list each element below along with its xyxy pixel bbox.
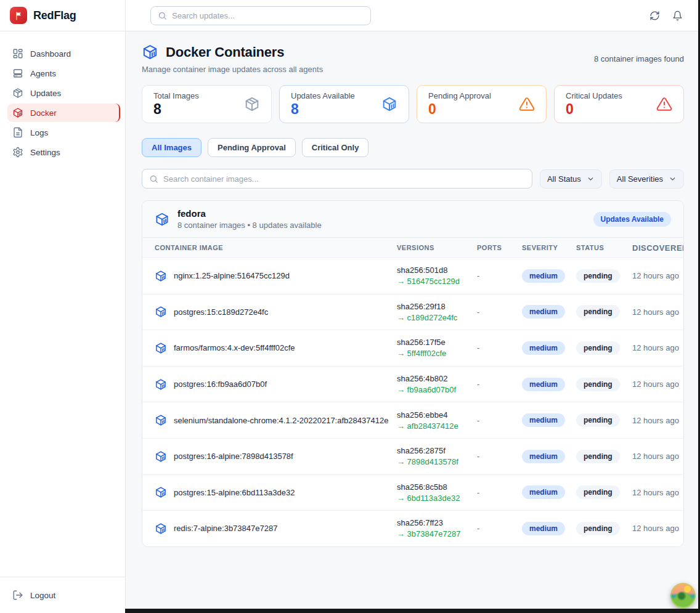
docker-icon bbox=[155, 342, 167, 354]
container-image-cell: postgres:16:fb9aa6d07b0f bbox=[155, 378, 397, 391]
column-header-container-image: CONTAINER IMAGE bbox=[155, 244, 397, 251]
table-row[interactable]: farmos/farmos:4.x-dev:5ff4fff02cfe sha25… bbox=[142, 330, 683, 366]
discovered-cell: 12 hours ago bbox=[632, 488, 679, 497]
severity-badge: medium bbox=[522, 305, 565, 319]
discovered-cell: 12 hours ago bbox=[632, 380, 679, 389]
target-version: → fb9aa6d07b0f bbox=[397, 385, 477, 394]
refresh-button[interactable] bbox=[648, 9, 661, 22]
container-image-name: postgres:16:fb9aa6d07b0f bbox=[174, 380, 267, 389]
package-icon bbox=[12, 87, 23, 99]
docker-icon bbox=[142, 44, 158, 60]
notifications-button[interactable] bbox=[671, 9, 684, 22]
column-header-status: STATUS bbox=[576, 244, 632, 251]
target-version: → 3b73847e7287 bbox=[397, 529, 477, 538]
chevron-down-icon bbox=[669, 175, 677, 183]
ports-cell: - bbox=[477, 488, 522, 497]
sidebar-item-settings[interactable]: Settings bbox=[7, 143, 120, 161]
severity-badge: medium bbox=[522, 269, 565, 283]
sidebar-footer: Logout bbox=[0, 577, 125, 613]
warning-triangle-icon bbox=[519, 96, 535, 112]
container-image-cell: postgres:15-alpine:6bd113a3de32 bbox=[155, 486, 397, 498]
island-emoji-button[interactable] bbox=[670, 583, 696, 608]
table-row[interactable]: redis:7-alpine:3b73847e7287 sha256:7ff23… bbox=[142, 510, 683, 546]
page-content: Docker Containers Manage container image… bbox=[126, 31, 700, 613]
sidebar-item-label: Settings bbox=[30, 148, 60, 157]
global-search[interactable] bbox=[150, 6, 371, 25]
status-badge: pending bbox=[576, 522, 620, 535]
current-version: sha256:4b802 bbox=[397, 374, 477, 383]
current-version: sha256:8c5b8 bbox=[397, 482, 477, 492]
container-image-cell: postgres:16-alpine:7898d413578f bbox=[155, 450, 397, 463]
search-icon bbox=[149, 174, 158, 184]
sidebar-nav: Dashboard Agents Updates Docker Logs Set… bbox=[0, 44, 125, 161]
sidebar: RedFlag Dashboard Agents Updates Docker … bbox=[0, 0, 126, 613]
target-version: → 516475cc129d bbox=[397, 277, 477, 286]
docker-icon bbox=[155, 212, 169, 227]
logout-button[interactable]: Logout bbox=[7, 586, 120, 604]
severity-cell: medium bbox=[522, 485, 576, 499]
ports-cell: - bbox=[477, 271, 522, 280]
page-subtitle: Manage container image updates across al… bbox=[142, 65, 323, 74]
severity-cell: medium bbox=[522, 522, 576, 535]
sidebar-item-label: Dashboard bbox=[30, 49, 71, 59]
sidebar-item-label: Docker bbox=[30, 108, 57, 118]
filter-row: All Status All Severities bbox=[142, 169, 684, 189]
docker-icon bbox=[12, 107, 23, 118]
brand: RedFlag bbox=[0, 0, 125, 31]
sidebar-item-agents[interactable]: Agents bbox=[7, 64, 120, 83]
result-count: 8 container images found bbox=[594, 54, 684, 63]
discovered-cell: 12 hours ago bbox=[632, 416, 679, 425]
ports-cell: - bbox=[477, 416, 522, 425]
page-header: Docker Containers Manage container image… bbox=[142, 44, 684, 74]
container-image-name: farmos/farmos:4.x-dev:5ff4fff02cfe bbox=[174, 343, 295, 352]
redflag-logo-icon bbox=[10, 7, 27, 24]
image-search[interactable] bbox=[142, 169, 532, 189]
status-cell: pending bbox=[576, 413, 632, 427]
status-badge: pending bbox=[576, 485, 620, 499]
sidebar-item-updates[interactable]: Updates bbox=[7, 84, 120, 102]
current-version: sha256:2875f bbox=[397, 446, 477, 455]
status-cell: pending bbox=[576, 522, 632, 535]
severity-cell: medium bbox=[522, 413, 576, 427]
discovered-cell: 12 hours ago bbox=[632, 452, 679, 461]
tab-critical-only[interactable]: Critical Only bbox=[302, 138, 369, 157]
tab-all-images[interactable]: All Images bbox=[142, 138, 201, 157]
status-filter-select[interactable]: All Status bbox=[540, 169, 602, 189]
current-version: sha256:501d8 bbox=[397, 266, 477, 275]
status-cell: pending bbox=[576, 341, 632, 355]
tab-pending-approval[interactable]: Pending Approval bbox=[208, 138, 296, 157]
search-icon bbox=[158, 11, 167, 20]
global-search-input[interactable] bbox=[172, 11, 364, 20]
sidebar-item-logs[interactable]: Logs bbox=[7, 123, 120, 142]
severity-badge: medium bbox=[522, 341, 565, 355]
stat-value: 0 bbox=[428, 101, 491, 118]
sidebar-item-dashboard[interactable]: Dashboard bbox=[7, 44, 120, 63]
table-row[interactable]: nginx:1.25-alpine:516475cc129d sha256:50… bbox=[142, 258, 683, 294]
status-cell: pending bbox=[576, 485, 632, 499]
image-search-input[interactable] bbox=[163, 174, 525, 184]
ports-cell: - bbox=[477, 307, 522, 317]
image-group-card: fedora 8 container images • 8 updates av… bbox=[142, 200, 684, 547]
file-text-icon bbox=[12, 127, 23, 138]
sidebar-item-docker[interactable]: Docker bbox=[7, 104, 120, 122]
discovered-cell: 12 hours ago bbox=[632, 343, 679, 352]
ports-cell: - bbox=[477, 343, 522, 352]
column-header-versions: VERSIONS bbox=[397, 244, 477, 251]
table-row[interactable]: postgres:16-alpine:7898d413578f sha256:2… bbox=[142, 438, 683, 474]
target-version: → 7898d413578f bbox=[397, 457, 477, 466]
versions-cell: sha256:ebbe4 → afb28437412e bbox=[397, 410, 477, 431]
table-row[interactable]: postgres:15-alpine:6bd113a3de32 sha256:8… bbox=[142, 474, 683, 511]
severity-filter-select[interactable]: All Severities bbox=[609, 169, 684, 189]
column-header-discovered: DISCOVERED bbox=[632, 243, 684, 253]
app-window: RedFlag Dashboard Agents Updates Docker … bbox=[0, 0, 700, 613]
container-image-cell: nginx:1.25-alpine:516475cc129d bbox=[155, 270, 397, 282]
container-image-cell: selenium/standalone-chrome:4.1.2-2022021… bbox=[155, 414, 397, 426]
table-row[interactable]: selenium/standalone-chrome:4.1.2-2022021… bbox=[142, 402, 683, 438]
table-row[interactable]: postgres:16:fb9aa6d07b0f sha256:4b802 → … bbox=[142, 366, 683, 402]
status-badge: pending bbox=[576, 305, 620, 319]
stat-value: 0 bbox=[566, 101, 622, 118]
severity-badge: medium bbox=[522, 485, 565, 499]
stat-label: Critical Updates bbox=[566, 91, 622, 100]
page-title: Docker Containers bbox=[166, 44, 284, 60]
table-row[interactable]: postgres:15:c189d272e4fc sha256:29f18 → … bbox=[142, 294, 683, 330]
